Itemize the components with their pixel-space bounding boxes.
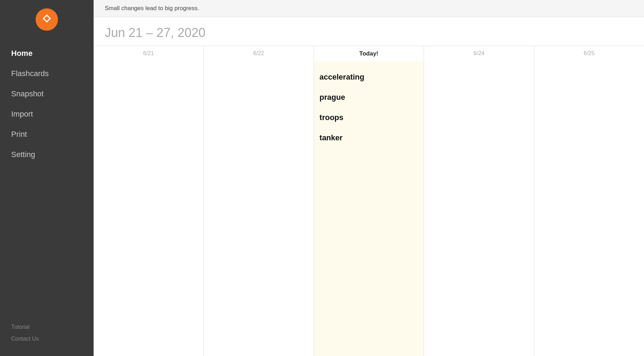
sidebar-nav: Home Flashcards Snapshot Import Print Se… [0, 38, 94, 316]
sidebar-item-snapshot[interactable]: Snapshot [0, 84, 94, 104]
logo-icon [41, 13, 52, 27]
day-column-622 [204, 61, 314, 356]
day-header-624: 6/24 [424, 46, 534, 61]
sidebar-item-import[interactable]: Import [0, 104, 94, 124]
calendar-grid: 6/21 6/22 Today! 6/24 6/25 accelerating … [94, 46, 644, 356]
sidebar-item-home[interactable]: Home [0, 43, 94, 64]
sidebar-item-flashcards[interactable]: Flashcards [0, 64, 94, 84]
word-tanker: tanker [317, 128, 421, 148]
banner-text: Small changes lead to big progress. [105, 5, 199, 12]
day-header-621: 6/21 [94, 46, 204, 61]
sidebar: Home Flashcards Snapshot Import Print Se… [0, 0, 94, 356]
day-header-622: 6/22 [204, 46, 314, 61]
day-column-today: accelerating prague troops tanker [314, 61, 424, 356]
logo-circle [36, 8, 58, 31]
word-prague: prague [317, 87, 421, 107]
word-troops: troops [317, 107, 421, 128]
calendar-body: accelerating prague troops tanker [94, 61, 644, 356]
calendar-title: Jun 21 – 27, 2020 [105, 25, 205, 40]
main-content: Small changes lead to big progress. Jun … [94, 0, 644, 356]
word-accelerating: accelerating [317, 67, 421, 87]
day-column-624 [424, 61, 534, 356]
sidebar-item-setting[interactable]: Setting [0, 144, 94, 165]
sidebar-item-print[interactable]: Print [0, 124, 94, 144]
sidebar-item-tutorial[interactable]: Tutorial [0, 321, 94, 333]
top-banner: Small changes lead to big progress. [94, 0, 644, 17]
calendar-container: Jun 21 – 27, 2020 6/21 6/22 Today! 6/24 … [94, 17, 644, 356]
sidebar-item-contact-us[interactable]: Contact Us [0, 333, 94, 345]
day-header-today: Today! [314, 46, 424, 61]
day-column-621 [94, 61, 204, 356]
logo-area [0, 0, 94, 38]
sidebar-bottom: Tutorial Contact Us [0, 316, 94, 356]
day-header-625: 6/25 [534, 46, 644, 61]
day-column-625 [534, 61, 644, 356]
calendar-header: Jun 21 – 27, 2020 [94, 17, 644, 46]
calendar-days-header: 6/21 6/22 Today! 6/24 6/25 [94, 46, 644, 61]
